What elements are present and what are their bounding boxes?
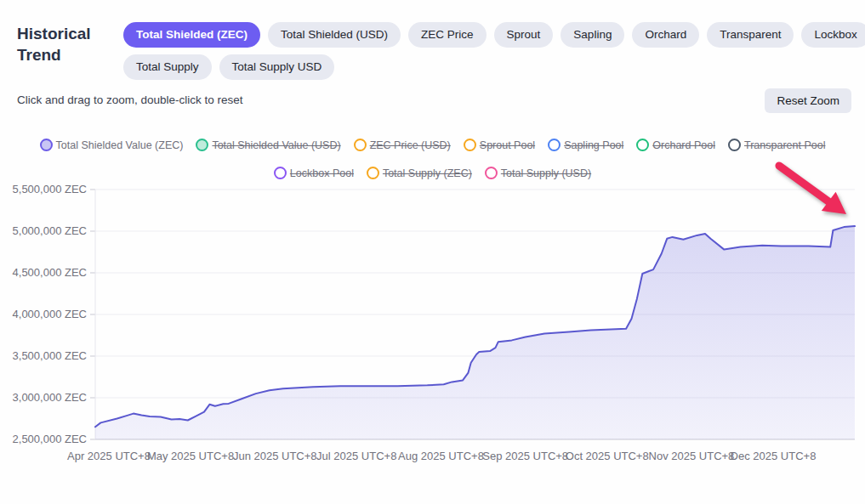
y-axis-label: 2,500,000 ZEC <box>3 433 87 445</box>
filter-total-supply-button[interactable]: Total Supply <box>123 54 212 80</box>
legend-row-1: Total Shielded Value (ZEC)Total Shielded… <box>0 139 865 151</box>
legend-item-label: Total Shielded Value (ZEC) <box>56 139 184 151</box>
legend-item-label: Total Supply (USD) <box>501 167 591 179</box>
legend-item-label: Total Supply (ZEC) <box>383 167 472 179</box>
legend-marker-icon <box>485 167 498 179</box>
filter-sprout-button[interactable]: Sprout <box>494 22 554 48</box>
legend-item-zec-price-usd[interactable]: ZEC Price (USD) <box>354 139 451 151</box>
legend-item-sprout-pool[interactable]: Sprout Pool <box>464 139 535 151</box>
legend-item-label: Sprout Pool <box>480 139 535 151</box>
y-axis-label: 4,500,000 ZEC <box>3 266 87 279</box>
y-axis-label: 3,500,000 ZEC <box>3 349 87 362</box>
legend-item-transparent-pool[interactable]: Transparent Pool <box>728 139 825 151</box>
reset-zoom-button[interactable]: Reset Zoom <box>765 88 851 113</box>
filter-orchard-button[interactable]: Orchard <box>632 22 699 48</box>
legend-item-orchard-pool[interactable]: Orchard Pool <box>636 139 715 151</box>
legend-marker-icon <box>636 139 649 151</box>
x-axis-label: Dec 2025 UTC+8 <box>718 450 828 462</box>
legend-marker-icon <box>274 167 287 179</box>
legend-item-total-shielded-value-zec[interactable]: Total Shielded Value (ZEC) <box>40 139 184 151</box>
filter-buttons: Total Shielded (ZEC)Total Shielded (USD)… <box>123 22 829 87</box>
series-area-fill <box>95 226 855 439</box>
legend-marker-icon <box>367 167 379 179</box>
filter-total-shielded-zec-button[interactable]: Total Shielded (ZEC) <box>123 22 260 48</box>
filter-row-2: Total SupplyTotal Supply USD <box>123 54 829 80</box>
legend-item-lockbox-pool[interactable]: Lockbox Pool <box>274 167 354 179</box>
legend-item-label: Orchard Pool <box>652 139 715 151</box>
filter-zec-price-button[interactable]: ZEC Price <box>408 22 487 48</box>
annotation-arrow-icon <box>765 157 859 225</box>
filter-total-shielded-usd-button[interactable]: Total Shielded (USD) <box>268 22 401 48</box>
filter-sapling-button[interactable]: Sapling <box>561 22 624 48</box>
page-title: Historical Trend <box>17 23 115 65</box>
filter-total-supply-usd-button[interactable]: Total Supply USD <box>219 54 335 80</box>
chart-plot-area[interactable] <box>95 190 855 439</box>
legend-marker-icon <box>40 139 53 151</box>
filter-row-1: Total Shielded (ZEC)Total Shielded (USD)… <box>123 22 829 48</box>
legend-item-sapling-pool[interactable]: Sapling Pool <box>548 139 623 151</box>
legend-item-label: Transparent Pool <box>744 139 825 151</box>
y-axis-label: 3,000,000 ZEC <box>3 391 87 404</box>
legend-item-label: Lockbox Pool <box>290 167 354 179</box>
y-axis-label: 5,000,000 ZEC <box>3 224 87 237</box>
legend-marker-icon <box>464 139 476 151</box>
legend-item-total-supply-zec[interactable]: Total Supply (ZEC) <box>367 167 472 179</box>
y-axis-label: 5,500,000 ZEC <box>3 183 87 195</box>
legend-marker-icon <box>354 139 367 151</box>
legend-marker-icon <box>728 139 741 151</box>
legend-marker-icon <box>196 139 208 151</box>
legend-item-label: Sapling Pool <box>564 139 623 151</box>
y-axis-label: 4,000,000 ZEC <box>3 308 87 320</box>
legend-row-2: Lockbox PoolTotal Supply (ZEC)Total Supp… <box>0 167 865 179</box>
legend-item-total-supply-usd[interactable]: Total Supply (USD) <box>485 167 591 179</box>
legend-marker-icon <box>548 139 561 151</box>
filter-lockbox-button[interactable]: Lockbox <box>801 22 865 48</box>
zoom-hint-text: Click and drag to zoom, double-click to … <box>17 93 243 106</box>
legend-item-label: Total Shielded Value (USD) <box>212 139 340 151</box>
filter-transparent-button[interactable]: Transparent <box>707 22 794 48</box>
legend-item-total-shielded-value-usd[interactable]: Total Shielded Value (USD) <box>196 139 340 151</box>
legend-item-label: ZEC Price (USD) <box>370 139 451 151</box>
